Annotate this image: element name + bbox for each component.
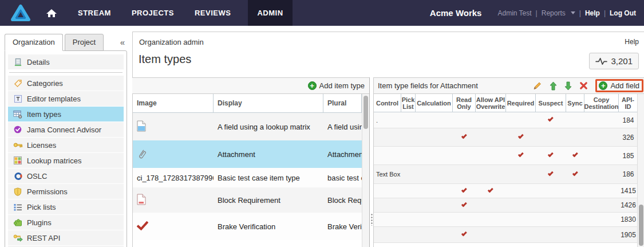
column-header-read-only: Read Only (453, 94, 476, 112)
document-blue-icon (137, 125, 146, 134)
tab-organization[interactable]: Organization (5, 34, 63, 51)
move-up-icon[interactable] (550, 81, 557, 91)
logout-link[interactable]: Log Out (610, 9, 636, 17)
column-header-calculation: Calculation (416, 94, 453, 112)
fields-table: Control Pick List Calculation Read Only … (374, 94, 638, 247)
document-red-icon (137, 198, 146, 207)
checkmark-icon (461, 187, 467, 193)
column-header-copy-destination: Copy Destination (584, 94, 619, 112)
item-type-row[interactable]: A field using a lookup matrix A field us… (133, 113, 362, 140)
add-field-button[interactable]: + Add field (599, 81, 639, 90)
sidebar-item-permissions[interactable]: Permissions (8, 184, 124, 199)
checkmark-icon (572, 151, 578, 157)
item-type-display: Attachment (214, 150, 323, 159)
user-name[interactable]: Admin Test (497, 9, 531, 17)
checkmark-icon (548, 170, 554, 176)
sidebar-divider (9, 72, 123, 73)
field-row[interactable]: Text Box 186 (374, 165, 638, 184)
reports-menu[interactable]: Reports (542, 9, 566, 17)
field-row[interactable]: . 184 (374, 112, 638, 128)
scrollbar-thumb[interactable] (639, 205, 643, 246)
item-count-badge[interactable]: 3,201 (589, 53, 639, 69)
jama-logo[interactable] (10, 4, 31, 22)
help-menu[interactable]: Help (585, 9, 600, 17)
sidebar-item-item-types[interactable]: Item types (8, 107, 124, 121)
building-icon (12, 58, 23, 66)
field-row[interactable]: 1905 (374, 227, 638, 243)
delete-x-icon[interactable] (579, 81, 588, 90)
sidebar-item-categories[interactable]: Categories (8, 76, 124, 91)
move-down-icon[interactable] (564, 81, 572, 91)
sidebar-item-jama-connect-advisor[interactable]: Jama Connect Advisor (8, 122, 124, 137)
sidebar-item-label: Licenses (27, 141, 56, 150)
item-type-row[interactable]: Block Requirement Block Require (133, 187, 362, 213)
field-control (374, 184, 401, 198)
checkmark-icon (572, 170, 578, 176)
sidebar-item-plugins[interactable]: Plugins (8, 215, 124, 230)
nav-item-admin[interactable]: ADMIN (248, 0, 292, 26)
nav-item-reviews[interactable]: REVIEWS (195, 0, 231, 26)
column-header-pick-list: Pick List (401, 94, 416, 112)
item-count: 3,201 (611, 56, 633, 66)
key-arrow-icon (12, 234, 23, 242)
field-row[interactable]: 1426 (374, 198, 638, 213)
scrollbar-thumb[interactable] (364, 96, 368, 129)
nav-item-stream[interactable]: STREAM (78, 0, 111, 26)
field-api-id: 1830 (619, 213, 638, 226)
item-type-row-selected[interactable]: Attachment Attachments (133, 140, 362, 168)
sidebar-item-label: Lookup matrices (27, 156, 81, 165)
plus-icon: + (599, 81, 607, 90)
sidebar-item-licenses[interactable]: Licenses (8, 138, 124, 152)
sidebar-item-lookup-matrices[interactable]: Lookup matrices (8, 153, 124, 168)
item-type-row[interactable]: ci_178_1728317387996.png Basic test case… (133, 168, 362, 187)
item-types-scrollbar[interactable] (362, 94, 369, 247)
checkmark-icon (548, 116, 554, 121)
sidebar-item-label: Jama Connect Advisor (27, 126, 101, 134)
field-row[interactable]: 1415 (374, 184, 638, 198)
page-help-link[interactable]: Help (625, 38, 639, 46)
collapse-sidebar-icon[interactable]: « (120, 37, 125, 47)
item-type-display: Block Requirement (214, 196, 323, 205)
field-control (374, 198, 401, 212)
column-header-required: Required (506, 94, 536, 112)
add-item-type-button[interactable]: + Add item type (308, 81, 365, 90)
item-types-panel: + Add item type Image Display Plural A f… (132, 77, 370, 247)
field-control: Text Box (374, 165, 401, 183)
sidebar-item-pick-lists[interactable]: Pick lists (8, 199, 124, 214)
item-type-row[interactable]: Brake Verification Brake Verifica (133, 213, 362, 240)
field-control (374, 213, 401, 226)
column-header-display[interactable]: Display (214, 94, 323, 112)
home-icon[interactable] (46, 9, 57, 18)
sidebar-item-details[interactable]: Details (8, 54, 124, 69)
puzzle-icon (12, 218, 23, 226)
sidebar-item-rest-api[interactable]: REST API (8, 230, 124, 245)
matrix-grid-icon (12, 156, 23, 164)
caret-down-icon[interactable] (571, 11, 575, 14)
column-header-plural[interactable]: Plural (323, 94, 362, 112)
field-row[interactable]: 185 (374, 147, 638, 165)
field-control (374, 147, 401, 164)
sidebar-item-label: Item types (27, 110, 61, 119)
field-api-id: 1905 (619, 227, 638, 242)
column-header-control: Control (374, 94, 401, 112)
item-type-plural: Attachments (323, 150, 362, 159)
fields-scrollbar[interactable] (637, 94, 644, 247)
item-type-plural: A field using a (323, 123, 362, 131)
field-row[interactable]: 326 (374, 128, 638, 147)
splitter-grip-icon[interactable] (371, 213, 373, 226)
field-row[interactable]: 1830 (374, 213, 638, 227)
field-api-id: 186 (619, 165, 638, 183)
item-type-plural: Brake Verifica (323, 222, 362, 231)
sidebar-item-editor-templates[interactable]: Editor templates (8, 91, 124, 106)
column-header-image[interactable]: Image (133, 94, 214, 112)
edit-pencil-icon[interactable] (532, 81, 542, 91)
oslc-ring-icon (12, 172, 23, 181)
activity-pulse-icon (595, 57, 607, 65)
tab-project[interactable]: Project (65, 34, 104, 51)
field-api-id: 184 (619, 112, 638, 128)
sidebar-item-label: Pick lists (27, 203, 56, 211)
nav-item-projects[interactable]: PROJECTS (132, 0, 174, 26)
sidebar-item-oslc[interactable]: OSLC (8, 168, 124, 183)
checkmark-icon (461, 201, 467, 207)
tag-icon (12, 79, 23, 88)
